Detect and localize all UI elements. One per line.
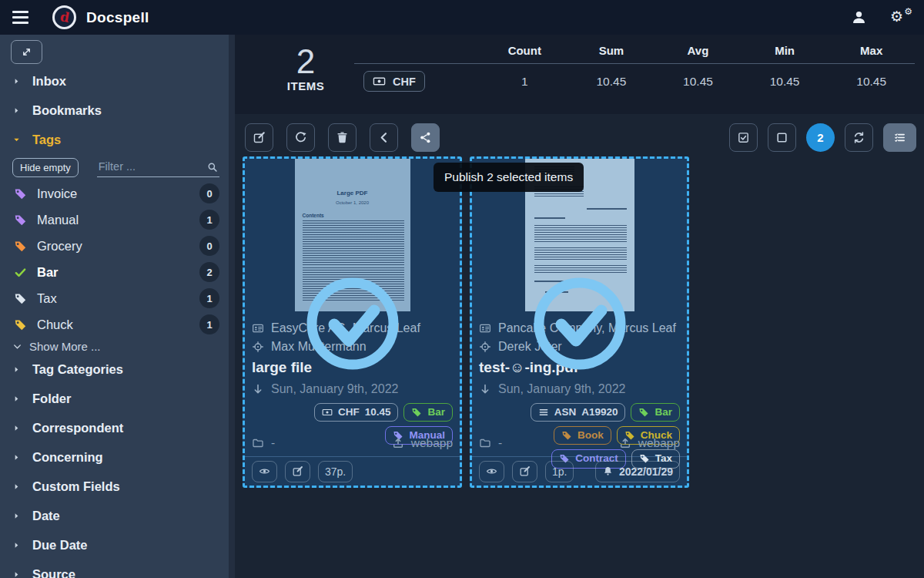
preview-text-line	[587, 208, 627, 210]
list-check-icon	[893, 131, 906, 144]
sidebar-item-label: Tags	[32, 133, 61, 147]
edit-selected-button[interactable]	[245, 123, 273, 152]
bell-icon	[602, 465, 614, 477]
card-footer: 1p. 2022/01/29	[472, 456, 687, 486]
sidebar-tag-grocery[interactable]: Grocery 0	[0, 233, 235, 259]
folder-value: -	[498, 436, 502, 450]
refresh-button[interactable]	[845, 123, 873, 152]
preview-text-lines	[303, 267, 404, 301]
topbar: d Docspell ⚙ ⚙	[0, 0, 924, 35]
edit-item-button[interactable]	[512, 461, 537, 482]
stats-panel: 2 ITEMS Count Sum Avg Min Max CHF	[235, 35, 924, 114]
angle-left-icon	[377, 131, 390, 144]
column-header: Sum	[568, 44, 655, 57]
eye-icon	[486, 465, 497, 477]
check-square-icon	[737, 131, 750, 144]
expand-icon	[21, 46, 32, 58]
tags-filter-row: Hide empty	[0, 154, 235, 180]
arrow-down-icon	[479, 383, 491, 395]
preview-text-line	[534, 217, 565, 219]
delete-selected-button[interactable]	[328, 123, 357, 152]
item-card-test-ing-pdf[interactable]: Pancake Company, Marcus Leaf Derek Jeter…	[470, 156, 689, 488]
show-more-tags[interactable]: Show More ...	[0, 338, 235, 355]
asn-badge: ASN A19920	[531, 403, 626, 422]
hide-empty-button[interactable]: Hide empty	[12, 158, 79, 177]
money-icon	[373, 75, 386, 88]
sidebar-item-due-date[interactable]: Due Date	[0, 530, 235, 560]
tag-icon	[14, 213, 27, 227]
address-card-icon	[479, 322, 491, 334]
items-count: 2	[267, 44, 344, 79]
sidebar-tag-invoice[interactable]: Invoice 0	[0, 180, 235, 207]
deselect-all-button[interactable]	[768, 123, 796, 152]
caret-right-icon	[12, 106, 21, 115]
sidebar-item-correspondent[interactable]: Correspondent	[0, 413, 235, 442]
sidebar-item-folder[interactable]: Folder	[0, 384, 235, 413]
concerning-row: Derek Jeter	[479, 338, 680, 356]
settings-gears-icon[interactable]: ⚙ ⚙	[890, 8, 912, 27]
correspondent-row: EasyCare AG, Marcus Leaf	[252, 319, 453, 338]
item-title: test-☺-ing.pdf	[479, 356, 680, 379]
sidebar-item-label: Inbox	[32, 74, 66, 89]
share-nodes-icon	[419, 131, 432, 144]
logo-letter: d	[59, 10, 70, 25]
sidebar-item-inbox[interactable]: Inbox	[0, 66, 235, 96]
item-card-large-file[interactable]: Large PDF October 1, 2020 Contents EasyC…	[243, 156, 462, 488]
source-value: webapp	[392, 436, 453, 450]
tag-filter-input[interactable]	[97, 158, 219, 175]
preview-item-button[interactable]	[479, 461, 504, 482]
folder-source-row: - webapp	[479, 435, 680, 452]
selected-count-badge: 2	[806, 123, 835, 152]
stat-avg: 10.45	[654, 75, 742, 89]
tag-badge-bar: Bar	[631, 403, 680, 422]
sidebar-item-tags[interactable]: Tags	[0, 125, 235, 154]
preview-text-lines	[303, 220, 404, 265]
docspell-logo: d	[52, 5, 76, 29]
document-preview: Large PDF October 1, 2020 Contents	[245, 159, 460, 313]
caret-right-icon	[12, 512, 21, 520]
preview-date: October 1, 2020	[295, 200, 410, 205]
publish-selected-button[interactable]	[411, 123, 440, 152]
tag-icon	[14, 187, 27, 200]
tag-filter-field	[97, 158, 219, 177]
items-count-block: 2 ITEMS	[267, 44, 344, 92]
select-all-button[interactable]	[729, 123, 758, 152]
preview-item-button[interactable]	[252, 461, 277, 482]
edit-item-button[interactable]	[285, 461, 310, 482]
reprocess-selected-button[interactable]	[286, 123, 315, 152]
expand-sidebar-button[interactable]	[11, 40, 42, 64]
sidebar-item-date[interactable]: Date	[0, 501, 235, 530]
check-icon	[14, 266, 27, 279]
caret-right-icon	[12, 395, 21, 403]
sidebar-item-source[interactable]: Source	[0, 560, 235, 578]
tag-icon	[638, 407, 649, 418]
rotate-right-icon	[294, 131, 307, 144]
sidebar-item-tag-categories[interactable]: Tag Categories	[0, 355, 235, 384]
tag-badge-bar: Bar	[403, 403, 453, 422]
merge-selected-button[interactable]	[370, 123, 398, 152]
sidebar-tag-chuck[interactable]: Chuck 1	[0, 311, 235, 338]
topbar-actions: ⚙ ⚙	[851, 8, 912, 27]
sidebar-item-concerning[interactable]: Concerning	[0, 442, 235, 472]
menu-icon[interactable]	[12, 11, 28, 24]
stats-table: Count Sum Avg Min Max CHF 1 10.45 10.45 …	[354, 44, 915, 92]
pencil-square-icon	[292, 465, 303, 477]
preview-text-lines	[534, 225, 627, 243]
sidebar-tag-manual[interactable]: Manual 1	[0, 207, 235, 233]
item-title: large file	[252, 356, 453, 379]
tag-count-badge: 2	[199, 262, 219, 282]
tag-count-badge: 1	[199, 288, 219, 308]
column-header: Min	[742, 44, 829, 57]
sidebar-item-custom-fields[interactable]: Custom Fields	[0, 472, 235, 501]
upload-icon	[392, 437, 404, 449]
address-card-icon	[252, 322, 264, 334]
items-label: ITEMS	[267, 79, 344, 92]
view-toolbar: 2	[729, 123, 916, 152]
sidebar-item-bookmarks[interactable]: Bookmarks	[0, 96, 235, 125]
column-header: Count	[481, 44, 568, 57]
sidebar-tag-bar[interactable]: Bar 2	[0, 259, 235, 285]
user-icon[interactable]	[851, 9, 867, 25]
sidebar-tag-tax[interactable]: Tax 1	[0, 285, 235, 311]
stat-min: 10.45	[742, 75, 829, 89]
selection-mode-button[interactable]	[883, 123, 916, 152]
